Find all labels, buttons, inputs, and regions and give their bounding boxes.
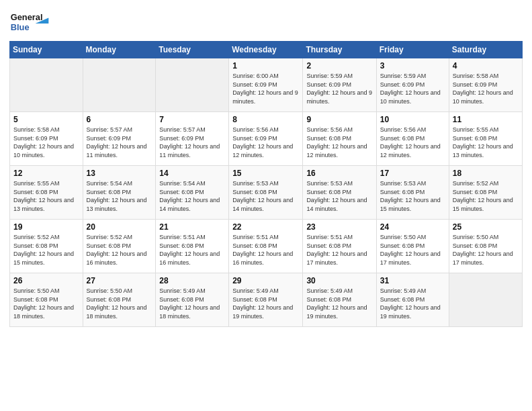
svg-text:Blue: Blue (11, 22, 30, 32)
day-number: 23 (306, 222, 372, 232)
weekday-header-sunday: Sunday (10, 42, 83, 58)
day-info: Sunrise: 5:51 AM Sunset: 6:08 PM Dayligh… (306, 233, 372, 267)
calendar-cell: 29Sunrise: 5:49 AM Sunset: 6:08 PM Dayli… (229, 273, 303, 327)
calendar-cell: 17Sunrise: 5:53 AM Sunset: 6:08 PM Dayli… (376, 166, 449, 220)
calendar-cell: 22Sunrise: 5:51 AM Sunset: 6:08 PM Dayli… (229, 220, 303, 273)
day-info: Sunrise: 5:50 AM Sunset: 6:08 PM Dayligh… (87, 287, 152, 320)
calendar-cell: 6Sunrise: 5:57 AM Sunset: 6:09 PM Daylig… (83, 112, 156, 166)
day-info: Sunrise: 5:58 AM Sunset: 6:09 PM Dayligh… (13, 126, 79, 159)
calendar-cell: 15Sunrise: 5:53 AM Sunset: 6:08 PM Dayli… (229, 166, 303, 220)
day-info: Sunrise: 5:49 AM Sunset: 6:08 PM Dayligh… (232, 287, 299, 320)
day-number: 18 (453, 169, 519, 178)
calendar-cell: 10Sunrise: 5:56 AM Sunset: 6:08 PM Dayli… (376, 112, 449, 166)
calendar-table: SundayMondayTuesdayWednesdayThursdayFrid… (9, 41, 523, 327)
day-info: Sunrise: 5:59 AM Sunset: 6:09 PM Dayligh… (380, 72, 445, 105)
day-number: 30 (306, 276, 372, 285)
day-number: 25 (453, 222, 519, 232)
weekday-header-friday: Friday (376, 42, 449, 58)
day-info: Sunrise: 5:52 AM Sunset: 6:08 PM Dayligh… (87, 233, 152, 267)
day-number: 27 (87, 276, 152, 285)
day-info: Sunrise: 5:57 AM Sunset: 6:09 PM Dayligh… (159, 126, 225, 159)
day-info: Sunrise: 6:00 AM Sunset: 6:09 PM Dayligh… (232, 72, 299, 105)
calendar-cell: 18Sunrise: 5:52 AM Sunset: 6:08 PM Dayli… (449, 166, 522, 220)
calendar-cell: 31Sunrise: 5:49 AM Sunset: 6:08 PM Dayli… (376, 273, 449, 327)
day-number: 16 (306, 169, 372, 178)
day-info: Sunrise: 5:51 AM Sunset: 6:08 PM Dayligh… (159, 233, 225, 267)
day-info: Sunrise: 5:49 AM Sunset: 6:08 PM Dayligh… (306, 287, 372, 320)
calendar-cell: 26Sunrise: 5:50 AM Sunset: 6:08 PM Dayli… (10, 273, 83, 327)
day-number: 26 (13, 276, 79, 285)
day-number: 1 (232, 61, 299, 71)
day-info: Sunrise: 5:54 AM Sunset: 6:08 PM Dayligh… (159, 179, 225, 213)
calendar-cell (10, 58, 83, 112)
calendar-cell: 8Sunrise: 5:56 AM Sunset: 6:09 PM Daylig… (229, 112, 303, 166)
day-number: 10 (380, 115, 445, 124)
day-number: 9 (306, 115, 372, 124)
calendar-cell: 30Sunrise: 5:49 AM Sunset: 6:08 PM Dayli… (303, 273, 376, 327)
day-info: Sunrise: 5:50 AM Sunset: 6:08 PM Dayligh… (380, 233, 445, 267)
logo: General Blue (9, 7, 50, 37)
day-info: Sunrise: 5:53 AM Sunset: 6:08 PM Dayligh… (306, 179, 372, 213)
calendar-cell: 25Sunrise: 5:50 AM Sunset: 6:08 PM Dayli… (449, 220, 522, 273)
calendar-cell: 1Sunrise: 6:00 AM Sunset: 6:09 PM Daylig… (229, 58, 303, 112)
day-info: Sunrise: 5:50 AM Sunset: 6:08 PM Dayligh… (13, 287, 79, 320)
day-number: 2 (306, 61, 372, 71)
day-number: 13 (87, 169, 152, 178)
calendar-cell: 23Sunrise: 5:51 AM Sunset: 6:08 PM Dayli… (303, 220, 376, 273)
day-info: Sunrise: 5:50 AM Sunset: 6:08 PM Dayligh… (453, 233, 519, 267)
calendar-cell: 28Sunrise: 5:49 AM Sunset: 6:08 PM Dayli… (156, 273, 229, 327)
calendar-cell: 9Sunrise: 5:56 AM Sunset: 6:08 PM Daylig… (303, 112, 376, 166)
day-info: Sunrise: 5:49 AM Sunset: 6:08 PM Dayligh… (159, 287, 225, 320)
day-info: Sunrise: 5:55 AM Sunset: 6:08 PM Dayligh… (453, 126, 519, 159)
day-number: 24 (380, 222, 445, 232)
day-number: 21 (159, 222, 225, 232)
day-number: 15 (232, 169, 299, 178)
calendar-cell: 24Sunrise: 5:50 AM Sunset: 6:08 PM Dayli… (376, 220, 449, 273)
day-info: Sunrise: 5:55 AM Sunset: 6:08 PM Dayligh… (13, 179, 79, 213)
calendar-cell: 27Sunrise: 5:50 AM Sunset: 6:08 PM Dayli… (83, 273, 156, 327)
day-info: Sunrise: 5:56 AM Sunset: 6:09 PM Dayligh… (232, 126, 299, 159)
weekday-header-saturday: Saturday (449, 42, 522, 58)
day-info: Sunrise: 5:54 AM Sunset: 6:08 PM Dayligh… (87, 179, 152, 213)
day-info: Sunrise: 5:56 AM Sunset: 6:08 PM Dayligh… (380, 126, 445, 159)
day-number: 7 (159, 115, 225, 124)
day-info: Sunrise: 5:52 AM Sunset: 6:08 PM Dayligh… (13, 233, 79, 267)
calendar-cell: 12Sunrise: 5:55 AM Sunset: 6:08 PM Dayli… (10, 166, 83, 220)
day-number: 4 (453, 61, 519, 71)
calendar-cell: 16Sunrise: 5:53 AM Sunset: 6:08 PM Dayli… (303, 166, 376, 220)
day-number: 20 (87, 222, 152, 232)
calendar-cell: 4Sunrise: 5:58 AM Sunset: 6:09 PM Daylig… (449, 58, 522, 112)
day-number: 11 (453, 115, 519, 124)
calendar-cell: 7Sunrise: 5:57 AM Sunset: 6:09 PM Daylig… (156, 112, 229, 166)
calendar-cell: 19Sunrise: 5:52 AM Sunset: 6:08 PM Dayli… (10, 220, 83, 273)
weekday-header-thursday: Thursday (303, 42, 376, 58)
calendar-cell: 14Sunrise: 5:54 AM Sunset: 6:08 PM Dayli… (156, 166, 229, 220)
calendar-cell (83, 58, 156, 112)
day-info: Sunrise: 5:53 AM Sunset: 6:08 PM Dayligh… (380, 179, 445, 213)
day-number: 6 (87, 115, 152, 124)
day-number: 19 (13, 222, 79, 232)
day-number: 12 (13, 169, 79, 178)
day-number: 3 (380, 61, 445, 71)
day-info: Sunrise: 5:58 AM Sunset: 6:09 PM Dayligh… (453, 72, 519, 105)
calendar-cell (449, 273, 522, 327)
day-info: Sunrise: 5:49 AM Sunset: 6:08 PM Dayligh… (380, 287, 445, 320)
day-number: 14 (159, 169, 225, 178)
calendar-cell: 20Sunrise: 5:52 AM Sunset: 6:08 PM Dayli… (83, 220, 156, 273)
calendar-cell: 11Sunrise: 5:55 AM Sunset: 6:08 PM Dayli… (449, 112, 522, 166)
weekday-header-monday: Monday (83, 42, 156, 58)
day-number: 8 (232, 115, 299, 124)
calendar-cell: 21Sunrise: 5:51 AM Sunset: 6:08 PM Dayli… (156, 220, 229, 273)
day-number: 5 (13, 115, 79, 124)
svg-text:General: General (11, 12, 43, 22)
day-info: Sunrise: 5:52 AM Sunset: 6:08 PM Dayligh… (453, 179, 519, 213)
day-info: Sunrise: 5:56 AM Sunset: 6:08 PM Dayligh… (306, 126, 372, 159)
day-number: 17 (380, 169, 445, 178)
day-info: Sunrise: 5:57 AM Sunset: 6:09 PM Dayligh… (87, 126, 152, 159)
day-number: 29 (232, 276, 299, 285)
day-number: 22 (232, 222, 299, 232)
day-info: Sunrise: 5:53 AM Sunset: 6:08 PM Dayligh… (232, 179, 299, 213)
weekday-header-tuesday: Tuesday (156, 42, 229, 58)
calendar-cell: 13Sunrise: 5:54 AM Sunset: 6:08 PM Dayli… (83, 166, 156, 220)
weekday-header-wednesday: Wednesday (229, 42, 303, 58)
